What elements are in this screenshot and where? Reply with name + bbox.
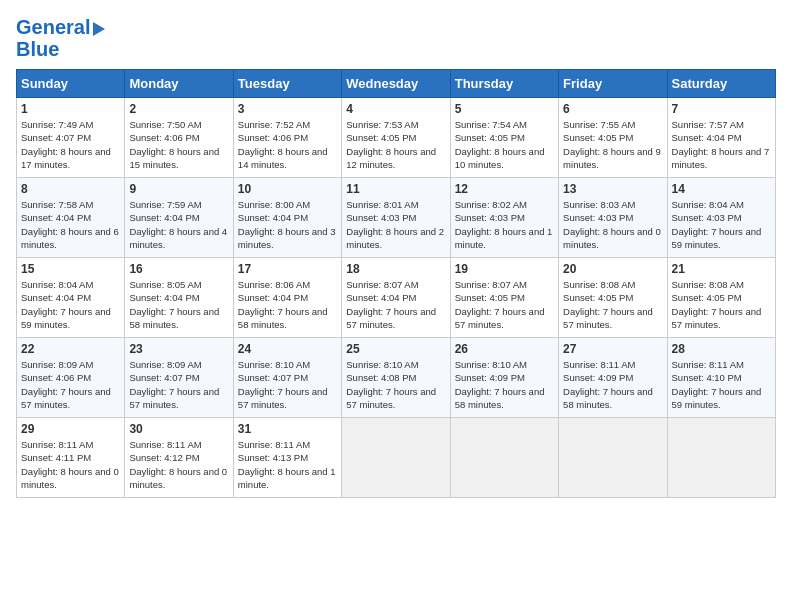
day-number: 16 xyxy=(129,262,228,276)
calendar-cell: 6Sunrise: 7:55 AM Sunset: 4:05 PM Daylig… xyxy=(559,98,667,178)
day-header-tuesday: Tuesday xyxy=(233,70,341,98)
day-content: Sunrise: 8:08 AM Sunset: 4:05 PM Dayligh… xyxy=(672,278,771,331)
day-content: Sunrise: 8:05 AM Sunset: 4:04 PM Dayligh… xyxy=(129,278,228,331)
day-content: Sunrise: 8:11 AM Sunset: 4:11 PM Dayligh… xyxy=(21,438,120,491)
calendar-cell: 8Sunrise: 7:58 AM Sunset: 4:04 PM Daylig… xyxy=(17,178,125,258)
calendar-cell: 23Sunrise: 8:09 AM Sunset: 4:07 PM Dayli… xyxy=(125,338,233,418)
day-content: Sunrise: 8:09 AM Sunset: 4:07 PM Dayligh… xyxy=(129,358,228,411)
day-content: Sunrise: 8:11 AM Sunset: 4:09 PM Dayligh… xyxy=(563,358,662,411)
day-content: Sunrise: 8:07 AM Sunset: 4:05 PM Dayligh… xyxy=(455,278,554,331)
calendar-cell: 18Sunrise: 8:07 AM Sunset: 4:04 PM Dayli… xyxy=(342,258,450,338)
calendar-cell: 29Sunrise: 8:11 AM Sunset: 4:11 PM Dayli… xyxy=(17,418,125,498)
day-header-thursday: Thursday xyxy=(450,70,558,98)
day-number: 12 xyxy=(455,182,554,196)
day-content: Sunrise: 7:54 AM Sunset: 4:05 PM Dayligh… xyxy=(455,118,554,171)
day-content: Sunrise: 7:57 AM Sunset: 4:04 PM Dayligh… xyxy=(672,118,771,171)
day-content: Sunrise: 8:06 AM Sunset: 4:04 PM Dayligh… xyxy=(238,278,337,331)
calendar-cell: 3Sunrise: 7:52 AM Sunset: 4:06 PM Daylig… xyxy=(233,98,341,178)
day-number: 23 xyxy=(129,342,228,356)
day-number: 21 xyxy=(672,262,771,276)
day-number: 15 xyxy=(21,262,120,276)
calendar-cell: 16Sunrise: 8:05 AM Sunset: 4:04 PM Dayli… xyxy=(125,258,233,338)
day-content: Sunrise: 7:49 AM Sunset: 4:07 PM Dayligh… xyxy=(21,118,120,171)
calendar-cell: 14Sunrise: 8:04 AM Sunset: 4:03 PM Dayli… xyxy=(667,178,775,258)
day-content: Sunrise: 7:55 AM Sunset: 4:05 PM Dayligh… xyxy=(563,118,662,171)
calendar-cell: 20Sunrise: 8:08 AM Sunset: 4:05 PM Dayli… xyxy=(559,258,667,338)
day-number: 9 xyxy=(129,182,228,196)
day-number: 14 xyxy=(672,182,771,196)
calendar-cell: 13Sunrise: 8:03 AM Sunset: 4:03 PM Dayli… xyxy=(559,178,667,258)
day-number: 2 xyxy=(129,102,228,116)
calendar-cell: 19Sunrise: 8:07 AM Sunset: 4:05 PM Dayli… xyxy=(450,258,558,338)
calendar-cell: 27Sunrise: 8:11 AM Sunset: 4:09 PM Dayli… xyxy=(559,338,667,418)
day-number: 4 xyxy=(346,102,445,116)
day-number: 31 xyxy=(238,422,337,436)
calendar-cell: 1Sunrise: 7:49 AM Sunset: 4:07 PM Daylig… xyxy=(17,98,125,178)
page-header: General Blue xyxy=(16,16,776,61)
calendar-cell: 10Sunrise: 8:00 AM Sunset: 4:04 PM Dayli… xyxy=(233,178,341,258)
day-header-friday: Friday xyxy=(559,70,667,98)
day-number: 27 xyxy=(563,342,662,356)
calendar-cell: 4Sunrise: 7:53 AM Sunset: 4:05 PM Daylig… xyxy=(342,98,450,178)
day-number: 7 xyxy=(672,102,771,116)
day-content: Sunrise: 8:04 AM Sunset: 4:04 PM Dayligh… xyxy=(21,278,120,331)
day-content: Sunrise: 7:53 AM Sunset: 4:05 PM Dayligh… xyxy=(346,118,445,171)
calendar-week-row: 8Sunrise: 7:58 AM Sunset: 4:04 PM Daylig… xyxy=(17,178,776,258)
day-number: 10 xyxy=(238,182,337,196)
day-number: 25 xyxy=(346,342,445,356)
day-header-monday: Monday xyxy=(125,70,233,98)
day-number: 20 xyxy=(563,262,662,276)
calendar-cell: 12Sunrise: 8:02 AM Sunset: 4:03 PM Dayli… xyxy=(450,178,558,258)
day-content: Sunrise: 7:52 AM Sunset: 4:06 PM Dayligh… xyxy=(238,118,337,171)
calendar-table: SundayMondayTuesdayWednesdayThursdayFrid… xyxy=(16,69,776,498)
day-number: 24 xyxy=(238,342,337,356)
day-content: Sunrise: 8:09 AM Sunset: 4:06 PM Dayligh… xyxy=(21,358,120,411)
day-header-wednesday: Wednesday xyxy=(342,70,450,98)
calendar-cell: 24Sunrise: 8:10 AM Sunset: 4:07 PM Dayli… xyxy=(233,338,341,418)
day-number: 1 xyxy=(21,102,120,116)
calendar-cell xyxy=(667,418,775,498)
day-content: Sunrise: 8:11 AM Sunset: 4:10 PM Dayligh… xyxy=(672,358,771,411)
calendar-cell: 30Sunrise: 8:11 AM Sunset: 4:12 PM Dayli… xyxy=(125,418,233,498)
calendar-cell: 9Sunrise: 7:59 AM Sunset: 4:04 PM Daylig… xyxy=(125,178,233,258)
day-content: Sunrise: 8:10 AM Sunset: 4:08 PM Dayligh… xyxy=(346,358,445,411)
day-number: 11 xyxy=(346,182,445,196)
calendar-cell: 11Sunrise: 8:01 AM Sunset: 4:03 PM Dayli… xyxy=(342,178,450,258)
calendar-cell: 25Sunrise: 8:10 AM Sunset: 4:08 PM Dayli… xyxy=(342,338,450,418)
calendar-cell xyxy=(342,418,450,498)
day-number: 30 xyxy=(129,422,228,436)
day-content: Sunrise: 8:10 AM Sunset: 4:07 PM Dayligh… xyxy=(238,358,337,411)
day-content: Sunrise: 8:11 AM Sunset: 4:12 PM Dayligh… xyxy=(129,438,228,491)
day-number: 8 xyxy=(21,182,120,196)
day-number: 19 xyxy=(455,262,554,276)
calendar-cell: 7Sunrise: 7:57 AM Sunset: 4:04 PM Daylig… xyxy=(667,98,775,178)
calendar-cell xyxy=(559,418,667,498)
calendar-cell: 22Sunrise: 8:09 AM Sunset: 4:06 PM Dayli… xyxy=(17,338,125,418)
day-number: 18 xyxy=(346,262,445,276)
day-number: 26 xyxy=(455,342,554,356)
logo-line2: Blue xyxy=(16,38,59,61)
logo: General Blue xyxy=(16,16,105,61)
day-number: 6 xyxy=(563,102,662,116)
day-number: 3 xyxy=(238,102,337,116)
day-header-saturday: Saturday xyxy=(667,70,775,98)
calendar-cell: 21Sunrise: 8:08 AM Sunset: 4:05 PM Dayli… xyxy=(667,258,775,338)
day-content: Sunrise: 8:10 AM Sunset: 4:09 PM Dayligh… xyxy=(455,358,554,411)
calendar-cell: 28Sunrise: 8:11 AM Sunset: 4:10 PM Dayli… xyxy=(667,338,775,418)
day-content: Sunrise: 7:58 AM Sunset: 4:04 PM Dayligh… xyxy=(21,198,120,251)
day-content: Sunrise: 7:50 AM Sunset: 4:06 PM Dayligh… xyxy=(129,118,228,171)
logo-line1: General xyxy=(16,16,105,38)
day-content: Sunrise: 8:03 AM Sunset: 4:03 PM Dayligh… xyxy=(563,198,662,251)
day-number: 5 xyxy=(455,102,554,116)
day-content: Sunrise: 8:08 AM Sunset: 4:05 PM Dayligh… xyxy=(563,278,662,331)
calendar-cell: 2Sunrise: 7:50 AM Sunset: 4:06 PM Daylig… xyxy=(125,98,233,178)
day-content: Sunrise: 8:01 AM Sunset: 4:03 PM Dayligh… xyxy=(346,198,445,251)
day-content: Sunrise: 8:00 AM Sunset: 4:04 PM Dayligh… xyxy=(238,198,337,251)
calendar-week-row: 1Sunrise: 7:49 AM Sunset: 4:07 PM Daylig… xyxy=(17,98,776,178)
calendar-cell: 17Sunrise: 8:06 AM Sunset: 4:04 PM Dayli… xyxy=(233,258,341,338)
day-content: Sunrise: 8:11 AM Sunset: 4:13 PM Dayligh… xyxy=(238,438,337,491)
calendar-cell xyxy=(450,418,558,498)
calendar-week-row: 22Sunrise: 8:09 AM Sunset: 4:06 PM Dayli… xyxy=(17,338,776,418)
calendar-week-row: 15Sunrise: 8:04 AM Sunset: 4:04 PM Dayli… xyxy=(17,258,776,338)
day-number: 17 xyxy=(238,262,337,276)
